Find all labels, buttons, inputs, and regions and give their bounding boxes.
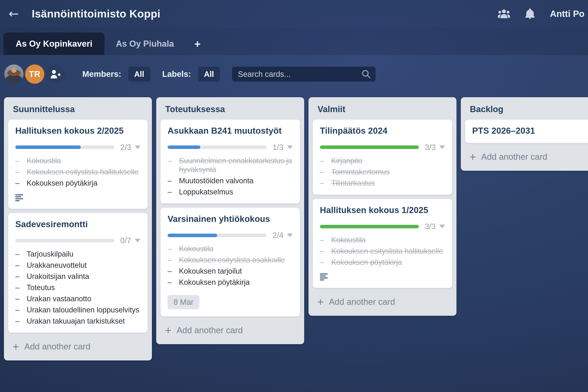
column-toteutuksessa: Toteutuksessa Asukkaan B241 muutostyöt 1…: [156, 97, 304, 344]
chevron-down-icon[interactable]: [439, 224, 445, 228]
checklist-item-text: Kokoustila: [27, 156, 140, 165]
checklist-item: – Urakan takuuajan tarkistukset: [15, 317, 140, 326]
checklist-item-text: Toimintakertomus: [331, 168, 445, 176]
checklist-item-text: Kirjanpito: [331, 156, 445, 165]
topbar: ← Isännöintitoimisto Koppi Antti Po: [0, 0, 588, 28]
progress-fill: [168, 234, 217, 237]
checklist-item: – Kokouksen esityslista hallitukselle: [15, 168, 140, 176]
dash: –: [15, 306, 27, 314]
dash: –: [320, 258, 331, 267]
card-varsinainen-yhtiokokous[interactable]: Varsinainen yhtiökokous 2/4 – Kokoustila…: [160, 208, 300, 316]
dash: –: [15, 283, 27, 292]
checklist-item: – Urakkaneuvottelut: [15, 261, 140, 270]
checklist-item: – Toteutus: [15, 283, 140, 292]
dash: –: [168, 267, 179, 276]
column-suunnittelussa: Suunnittelussa Hallituksen kokous 2/2025…: [4, 97, 152, 360]
progress-fill: [320, 225, 419, 228]
card-hallituksen-kokous-2-2025[interactable]: Hallituksen kokous 2/2025 2/3 – Kokousti…: [8, 120, 148, 209]
progress-row: 2/3: [15, 143, 140, 152]
notifications-bell-icon[interactable]: [525, 8, 535, 19]
checklist-item-text: Urakan taloudellinen loppuselvitys: [27, 306, 140, 314]
checklist-item: – Kokouksen tarjoilut: [168, 267, 293, 276]
labels-label: Labels:: [162, 70, 191, 79]
user-menu[interactable]: Antti Po: [550, 8, 584, 19]
card-title: Asukkaan B241 muutostyöt: [168, 126, 293, 136]
column-title: Backlog: [461, 97, 588, 117]
checklist-item: – Tilintarkastus: [320, 179, 445, 188]
checklist-item-text: Urakan vastaanotto: [27, 294, 140, 303]
progress-label: 2/3: [120, 143, 131, 152]
dash: –: [168, 156, 179, 174]
checklist-item-text: Kokouksen tarjoilut: [179, 267, 293, 276]
plus-icon: +: [317, 296, 324, 308]
checklist-item-text: Toteutus: [27, 283, 140, 292]
members-all-button[interactable]: All: [128, 67, 150, 82]
dash: –: [15, 156, 27, 165]
members-group-icon[interactable]: [498, 9, 510, 18]
checklist-item: – Urakan taloudellinen loppuselvitys: [15, 306, 140, 314]
avatar-photo[interactable]: [4, 64, 24, 84]
checklist-item: – Toimintakertomus: [320, 168, 445, 176]
card-tilinpaatos-2024[interactable]: Tilinpäätös 2024 3/3 – Kirjanpito – Toim…: [313, 120, 452, 195]
add-board-button[interactable]: +: [185, 32, 210, 55]
dash: –: [168, 278, 179, 287]
avatar-initials[interactable]: TR: [25, 64, 44, 84]
checklist-item: – Urakoitsijan valinta: [15, 272, 140, 281]
card-asukkaan-b241-muutostyot[interactable]: Asukkaan B241 muutostyöt 1/3 – Suunnitel…: [160, 120, 300, 204]
card-hallituksen-kokous-1-2025[interactable]: Hallituksen kokous 1/2025 3/3 – Kokousti…: [313, 199, 452, 288]
card-title: PTS 2026–2031: [472, 126, 588, 136]
tab-as-oy-kopinkaveri[interactable]: As Oy Kopinkaveri: [4, 32, 104, 55]
plus-icon: +: [165, 324, 172, 336]
search-input[interactable]: [232, 67, 376, 82]
dash: –: [168, 256, 179, 264]
checklist-item-text: Kokoustila: [179, 244, 293, 253]
progress-label: 2/4: [272, 231, 284, 240]
checklist-item-text: Tarjouskilpailu: [27, 250, 140, 258]
chevron-down-icon[interactable]: [135, 146, 140, 149]
dash: –: [320, 179, 331, 188]
progress-fill: [168, 146, 200, 149]
dash: –: [168, 244, 179, 253]
checklist-item: – Muutostöiden valvonta: [168, 176, 293, 185]
dash: –: [15, 294, 27, 303]
add-card-button[interactable]: + Add another card: [308, 292, 456, 314]
checklist-item: – Tarjouskilpailu: [15, 250, 140, 258]
tab-as-oy-piuhala[interactable]: As Oy Piuhala: [104, 32, 185, 55]
progress-track: [168, 146, 266, 149]
chevron-down-icon[interactable]: [439, 146, 445, 149]
chevron-down-icon[interactable]: [287, 146, 293, 149]
column-title: Valmiit: [308, 97, 456, 117]
progress-row: 2/4: [168, 231, 293, 240]
column-backlog: Backlog PTS 2026–2031 + Add another card: [461, 97, 588, 171]
checklist-item-text: Kokouksen esityslista hallitukselle: [331, 247, 445, 256]
checklist-item-text: Kokouksen esityslista osakkaille: [179, 256, 293, 264]
dash: –: [320, 236, 331, 244]
description-icon: [15, 194, 140, 202]
checklist-item: – Loppukatselmus: [168, 188, 293, 196]
chevron-down-icon[interactable]: [287, 234, 293, 237]
checklist-item-text: Loppukatselmus: [179, 188, 293, 196]
back-arrow-button[interactable]: ←: [8, 8, 19, 20]
progress-label: 1/3: [272, 143, 284, 152]
checklist-item: – Kokouksen pöytäkirja: [15, 179, 140, 188]
card-pts-2026-2031[interactable]: PTS 2026–2031: [465, 120, 588, 143]
labels-all-button[interactable]: All: [198, 67, 220, 82]
add-card-button[interactable]: + Add another card: [156, 321, 304, 342]
add-member-button[interactable]: [46, 64, 65, 84]
checklist-item: – Urakan vastaanotto: [15, 294, 140, 303]
card-sadevesiremontti[interactable]: Sadevesiremontti 0/7 – Tarjouskilpailu –…: [8, 213, 148, 333]
add-card-button[interactable]: + Add another card: [461, 147, 588, 168]
filter-row: TR Members: All Labels: All: [4, 64, 588, 84]
chevron-down-icon[interactable]: [135, 239, 140, 242]
plus-icon: +: [12, 341, 19, 352]
card-title: Hallituksen kokous 2/2025: [15, 126, 140, 136]
members-label: Members:: [82, 70, 121, 79]
progress-row: 3/3: [320, 222, 445, 231]
checklist-item-text: Kokouksen pöytäkirja: [179, 278, 293, 287]
dash: –: [15, 261, 27, 270]
progress-label: 0/7: [120, 236, 131, 245]
add-card-button[interactable]: + Add another card: [4, 337, 152, 358]
add-card-label: Add another card: [176, 325, 243, 335]
checklist-item: – Kokouksen esityslista hallitukselle: [320, 247, 445, 256]
checklist-item: – Kokouksen pöytäkirja: [168, 278, 293, 287]
